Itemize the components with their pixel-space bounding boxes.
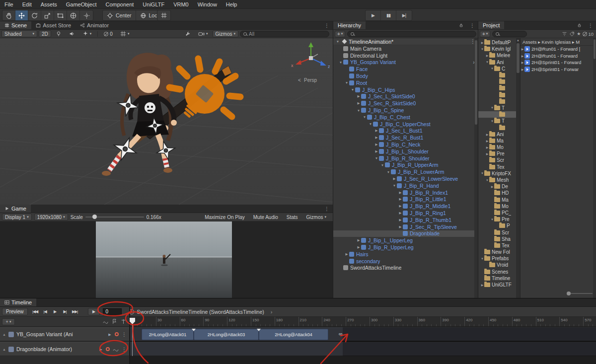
hierarchy-item[interactable]: ▶ J_Sec_R_TipSleeve bbox=[333, 223, 478, 230]
expander-icon[interactable]: ▼ bbox=[480, 257, 484, 260]
menu-item[interactable]: Window bbox=[193, 0, 222, 8]
animation-clip[interactable]: 2HLong@Attack04 bbox=[259, 329, 328, 340]
hierarchy-item[interactable]: ▶ J_Bip_R_Little1 bbox=[333, 196, 478, 203]
record-toggle-button[interactable] bbox=[106, 347, 110, 351]
project-folder-item[interactable] bbox=[478, 111, 516, 118]
scale-slider-knob[interactable] bbox=[92, 215, 97, 219]
expander-icon[interactable]: ▶ bbox=[398, 191, 403, 195]
project-folder-item[interactable]: Mo bbox=[478, 203, 516, 210]
expander-icon[interactable]: ▼ bbox=[374, 156, 379, 160]
project-folder-item[interactable] bbox=[478, 85, 516, 91]
hierarchy-item[interactable]: Body bbox=[333, 73, 478, 79]
expander-icon[interactable]: ▼ bbox=[490, 67, 494, 70]
panel-lock-icon[interactable] bbox=[574, 21, 585, 29]
track-header-yb-gospan[interactable]: ▲ YB_Gospan Variant (Ani ▶ ⋮ bbox=[0, 327, 129, 341]
expander-icon[interactable]: ▼ bbox=[338, 61, 343, 64]
move-tool-button[interactable] bbox=[15, 10, 28, 20]
project-folder-item[interactable]: New Fol bbox=[478, 249, 516, 255]
project-folder-item[interactable]: ▶ Ani bbox=[478, 131, 516, 138]
project-folder-item[interactable]: ▶ Melee bbox=[478, 52, 516, 59]
hierarchy-item[interactable]: ▶ J_Bip_L_Shoulder bbox=[333, 148, 478, 155]
project-folder-item[interactable]: ▼ Ani bbox=[478, 59, 516, 66]
expander-icon[interactable]: ▶ bbox=[398, 197, 403, 201]
hierarchy-item[interactable]: ▼ J_Bip_R_UpperArm bbox=[333, 162, 478, 169]
panel-menu-icon[interactable]: ⋮ bbox=[585, 21, 596, 29]
current-frame-field[interactable]: 0 bbox=[103, 308, 122, 315]
expander-icon[interactable]: ▶ bbox=[521, 54, 524, 58]
animation-clip[interactable]: 2HLong@Attack01 bbox=[142, 329, 194, 340]
hierarchy-item[interactable]: ▼ J_Bip_C_Hips bbox=[333, 86, 478, 93]
expander-icon[interactable]: ▼ bbox=[490, 120, 494, 123]
tab-timeline[interactable]: Timeline bbox=[0, 298, 36, 306]
track-menu-icon[interactable]: ⋮ bbox=[122, 332, 127, 337]
scene-camera-dropdown[interactable]: ▾ bbox=[195, 30, 211, 37]
timeline-transport-button[interactable]: |◀ bbox=[40, 308, 50, 315]
hierarchy-item[interactable]: ▶ J_Bip_R_Index1 bbox=[333, 189, 478, 196]
scene-lighting-toggle[interactable] bbox=[53, 30, 65, 37]
project-folder-item[interactable]: ▶ DefaultP bbox=[478, 39, 516, 46]
timeline-transport-button[interactable]: |◀◀ bbox=[30, 308, 40, 315]
animation-clip[interactable]: 2HLong@Attack03 bbox=[194, 329, 259, 340]
hierarchy-item[interactable]: ▶ J_Bip_R_Thumb1 bbox=[333, 217, 478, 223]
hierarchy-item[interactable]: ▶ J_Sec_R_Bust1 bbox=[333, 134, 478, 141]
timeline-asset-header[interactable]: SwordAttacksTimelineTimeline (SwordAttac… bbox=[129, 309, 273, 315]
expander-icon[interactable]: ▶ bbox=[398, 218, 403, 222]
playmode-button[interactable]: ▮▮ bbox=[381, 10, 396, 20]
hierarchy-item[interactable]: secondary bbox=[333, 258, 478, 265]
clip-curves-icon[interactable] bbox=[113, 346, 119, 352]
expander-icon[interactable]: ▶ bbox=[356, 238, 361, 242]
expander-icon[interactable]: ▶ bbox=[480, 283, 484, 287]
expander-icon[interactable]: ▼ bbox=[368, 122, 373, 126]
breadcrumb[interactable]: Assets ▸ Kevin Iglesias ▸ M bbox=[521, 38, 596, 46]
expander-icon[interactable]: ▶ bbox=[356, 245, 361, 249]
custom-tool-button[interactable] bbox=[80, 10, 93, 20]
hierarchy-item[interactable]: ▼ J_Bip_R_LowerArm bbox=[333, 168, 478, 175]
hierarchy-item[interactable]: ▶ J_Bip_R_Middle1 bbox=[333, 203, 478, 210]
panel-menu-icon[interactable]: ⋮ bbox=[321, 21, 333, 29]
hierarchy-item[interactable]: ▶ Hairs bbox=[333, 251, 478, 258]
expander-icon[interactable]: ▶ bbox=[485, 152, 489, 155]
expander-icon[interactable]: ▼ bbox=[380, 163, 385, 167]
display-dropdown[interactable]: Display 1▾ bbox=[2, 214, 32, 220]
maximize-on-play-toggle[interactable]: Maximize On Play bbox=[202, 214, 248, 220]
expander-icon[interactable]: ▶ bbox=[398, 211, 403, 215]
pivot-toggle-button[interactable]: Center bbox=[103, 10, 136, 20]
expander-icon[interactable]: ▼ bbox=[485, 179, 489, 182]
stats-toggle[interactable]: Stats bbox=[284, 214, 301, 220]
preview-toggle-button[interactable]: Preview bbox=[2, 308, 28, 315]
track-collapse-icon[interactable]: ▲ bbox=[2, 333, 6, 336]
project-folder-item[interactable] bbox=[478, 98, 516, 105]
expander-icon[interactable]: ▼ bbox=[344, 81, 349, 84]
expander-icon[interactable]: ▶ bbox=[398, 225, 403, 229]
expander-icon[interactable]: ▶ bbox=[490, 185, 494, 188]
menu-item[interactable]: GameObject bbox=[62, 0, 101, 8]
project-folder-item[interactable]: ▼ Prefabs bbox=[478, 255, 516, 262]
menu-item[interactable]: Help bbox=[222, 0, 242, 8]
expander-icon[interactable]: ▶ bbox=[521, 47, 524, 51]
expander-icon[interactable]: ▼ bbox=[480, 48, 484, 51]
project-folder-item[interactable]: Tex bbox=[478, 164, 516, 170]
expander-icon[interactable]: ▶ bbox=[356, 94, 361, 98]
scale-tool-button[interactable] bbox=[41, 10, 54, 20]
project-folder-item[interactable]: ▶ Pre bbox=[478, 150, 516, 157]
panel-lock-icon[interactable] bbox=[455, 21, 467, 29]
rect-tool-button[interactable] bbox=[54, 10, 67, 20]
expander-icon[interactable]: ▼ bbox=[490, 218, 494, 221]
hierarchy-item[interactable]: Dragonblade bbox=[333, 230, 478, 237]
project-folder-item[interactable]: ▶ Ma bbox=[478, 138, 516, 144]
hierarchy-item[interactable]: SwordAttacksTimeline bbox=[333, 265, 478, 272]
expander-icon[interactable]: ▶ bbox=[485, 146, 489, 149]
hierarchy-item[interactable]: ▼ J_Bip_R_Hand bbox=[333, 182, 478, 189]
hierarchy-item[interactable]: ▼ J_Bip_C_Chest bbox=[333, 114, 478, 121]
project-file-item[interactable]: ▶ 2H@Run01 - Forward [ bbox=[521, 46, 596, 53]
tab-asset-store[interactable]: Asset Store bbox=[31, 21, 75, 29]
menu-item[interactable]: VRM0 bbox=[169, 0, 193, 8]
project-folder-item[interactable] bbox=[478, 92, 516, 98]
grid-snap-button[interactable] bbox=[157, 10, 170, 20]
expander-icon[interactable]: ▶ bbox=[485, 54, 489, 57]
scene-grid-dropdown[interactable]: ▾ bbox=[117, 30, 133, 37]
hierarchy-item[interactable]: ▼ J_Bip_C_Spine bbox=[333, 107, 478, 114]
project-folder-item[interactable]: PC_ bbox=[478, 210, 516, 216]
create-object-button[interactable]: +▾ bbox=[335, 31, 345, 37]
expander-icon[interactable]: ▶ bbox=[356, 101, 361, 105]
